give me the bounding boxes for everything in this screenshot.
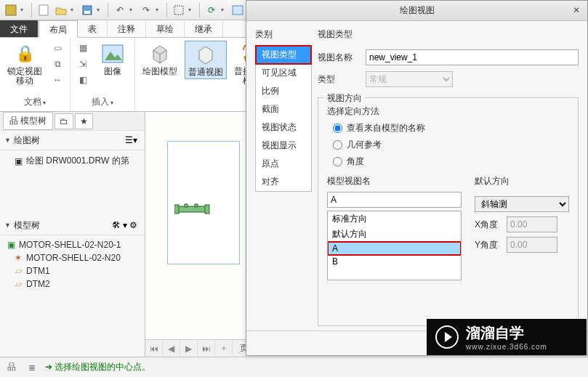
datum-item[interactable]: ▱DTM2 xyxy=(0,277,145,291)
tree-toggle-icon[interactable]: 品 xyxy=(4,360,19,375)
list-opts-icon[interactable]: ☰▾ xyxy=(125,135,137,145)
drawing-icon: ▣ xyxy=(13,156,23,166)
cat-align[interactable]: 对齐 xyxy=(256,173,311,191)
select-rect-icon[interactable] xyxy=(171,2,187,18)
close-icon[interactable]: ✕ xyxy=(570,4,583,17)
watermark-title: 溜溜自学 xyxy=(466,323,547,343)
lock-view-button[interactable]: 🔒 锁定视图 移动 xyxy=(4,41,45,87)
sheet-copy-icon[interactable]: ⧉ xyxy=(49,57,65,71)
list-item[interactable]: 标准方向 xyxy=(328,211,461,227)
play-icon xyxy=(435,325,459,349)
model-item[interactable]: ✶MOTOR-SHELL-02-N20 xyxy=(0,251,145,264)
undo-icon[interactable]: ↶ xyxy=(112,2,128,18)
sheet-new-icon[interactable]: ▭ xyxy=(49,41,65,55)
image-button[interactable]: 图像 xyxy=(95,41,130,78)
tree-tabs: 品模型树 🗀 ★ xyxy=(0,112,145,131)
cat-scale[interactable]: 比例 xyxy=(256,82,311,100)
csys-icon: ✶ xyxy=(13,253,23,263)
cat-state[interactable]: 视图状态 xyxy=(256,118,311,137)
list-item[interactable]: 默认方向 xyxy=(328,227,461,242)
arrow-icon: ➔ xyxy=(45,362,55,372)
radio-geom-ref[interactable]: 几何参考 xyxy=(333,139,569,151)
radio-angle[interactable]: 角度 xyxy=(333,155,569,168)
tool-hammer-icon[interactable]: 🛠 xyxy=(112,220,121,230)
list-item-selected[interactable]: A xyxy=(328,242,461,255)
app-drop[interactable]: ▾ xyxy=(20,7,28,13)
import-icon[interactable]: ⇲ xyxy=(75,57,91,71)
cat-origin[interactable]: 原点 xyxy=(256,155,311,173)
model-tree-header[interactable]: ▼模型树 🛠 ▾ ⚙ xyxy=(0,216,145,235)
chevron-down-icon: ▼ xyxy=(4,137,11,144)
settings-tree-icon[interactable]: ⚙ xyxy=(129,220,137,230)
save-drop[interactable]: ▾ xyxy=(97,7,104,13)
tab-annotate[interactable]: 注释 xyxy=(108,20,146,37)
list-item[interactable]: B xyxy=(328,255,461,268)
cat-display[interactable]: 视图显示 xyxy=(256,137,311,155)
svg-rect-5 xyxy=(233,6,243,15)
object-icon[interactable]: ◧ xyxy=(75,73,91,87)
group-label-doc: 文档 xyxy=(24,97,41,107)
svg-rect-4 xyxy=(174,6,183,15)
star-icon: ★ xyxy=(80,116,88,126)
select-drop[interactable]: ▾ xyxy=(188,7,196,13)
nav-next-icon[interactable]: ▶ xyxy=(180,341,198,357)
nav-prev-icon[interactable]: ◀ xyxy=(163,341,180,357)
tab-table[interactable]: 表 xyxy=(78,20,108,37)
default-dir-select[interactable]: 斜轴测 xyxy=(475,196,569,212)
watermark-url: www.zixue.3d66.com xyxy=(466,343,547,351)
svg-rect-0 xyxy=(6,5,16,15)
nav-add-icon[interactable]: ＋ xyxy=(215,341,233,357)
datum-item[interactable]: ▱DTM1 xyxy=(0,264,145,277)
tab-inherit[interactable]: 继承 xyxy=(185,20,223,37)
status-message: 选择绘图视图的中心点。 xyxy=(55,362,150,372)
normal-view-button[interactable]: 普通视图 xyxy=(185,41,227,79)
redo-icon[interactable]: ↷ xyxy=(138,2,154,18)
ole-icon[interactable]: ▦ xyxy=(75,41,91,55)
filter-icon[interactable]: ▾ xyxy=(123,220,127,230)
draw-tree-header[interactable]: ▼绘图树 ☰▾ xyxy=(0,131,145,150)
model-view-name-input[interactable] xyxy=(327,192,462,208)
view-type-heading: 视图类型 xyxy=(318,28,579,41)
orientation-legend: 视图方向 xyxy=(324,92,365,105)
view-name-input[interactable] xyxy=(366,49,579,65)
cube-icon xyxy=(148,42,172,65)
open-icon[interactable] xyxy=(53,2,69,18)
ribbon-group-insert: ▦ ⇲ ◧ 图像 插入▾ xyxy=(71,38,135,111)
svg-rect-15 xyxy=(177,206,206,212)
redo-drop[interactable]: ▾ xyxy=(156,7,163,13)
model-item[interactable]: ▣MOTOR-SHELL-02-N20-1 xyxy=(0,238,145,251)
nav-first-icon[interactable]: ⏮ xyxy=(145,341,163,357)
model-view-name-label: 模型视图名 xyxy=(327,175,462,187)
orientation-group: 视图方向 选择定向方法 查看来自模型的名称 几何参考 角度 模型视图名 标准方向… xyxy=(318,97,579,326)
layers-icon[interactable]: ≣ xyxy=(25,360,39,375)
tab-file[interactable]: 文件 xyxy=(0,20,39,37)
chevron-down-icon: ▼ xyxy=(4,222,11,229)
new-icon[interactable] xyxy=(36,2,52,18)
open-drop[interactable]: ▾ xyxy=(71,7,78,13)
group-label-insert: 插入 xyxy=(92,97,109,107)
sheet-move-icon[interactable]: ↔ xyxy=(49,73,65,87)
tree-tab-folder[interactable]: 🗀 xyxy=(55,113,73,129)
cat-section[interactable]: 截面 xyxy=(256,100,311,118)
regen-icon[interactable]: ⟳ xyxy=(204,2,220,18)
svg-marker-12 xyxy=(199,46,212,64)
tab-sketch[interactable]: 草绘 xyxy=(146,20,185,37)
app-icon[interactable] xyxy=(3,2,19,18)
window-icon[interactable] xyxy=(230,2,246,18)
cat-visible[interactable]: 可见区域 xyxy=(256,64,311,82)
tree-icon: 品 xyxy=(9,115,18,127)
regen-drop[interactable]: ▾ xyxy=(221,7,228,13)
drawing-view-dialog: 绘图视图 ✕ 类别 视图类型 可见区域 比例 截面 视图状态 视图显示 原点 对… xyxy=(246,0,588,356)
datum-icon: ▱ xyxy=(13,279,23,289)
draw-tree-item[interactable]: ▣ 绘图 DRW0001.DRW 的第 xyxy=(0,153,145,169)
save-icon[interactable] xyxy=(79,2,95,18)
cat-view-type[interactable]: 视图类型 xyxy=(256,46,311,64)
tree-tab-model[interactable]: 品模型树 xyxy=(3,112,53,130)
tree-tab-fav[interactable]: ★ xyxy=(75,113,93,129)
nav-last-icon[interactable]: ⏭ xyxy=(198,341,215,357)
draw-model-button[interactable]: 绘图模型 xyxy=(140,41,180,78)
tab-layout[interactable]: 布局 xyxy=(39,20,78,38)
view-name-list[interactable]: 标准方向 默认方向 A B xyxy=(327,211,462,280)
radio-from-model[interactable]: 查看来自模型的名称 xyxy=(333,122,569,134)
undo-drop[interactable]: ▾ xyxy=(129,7,137,13)
